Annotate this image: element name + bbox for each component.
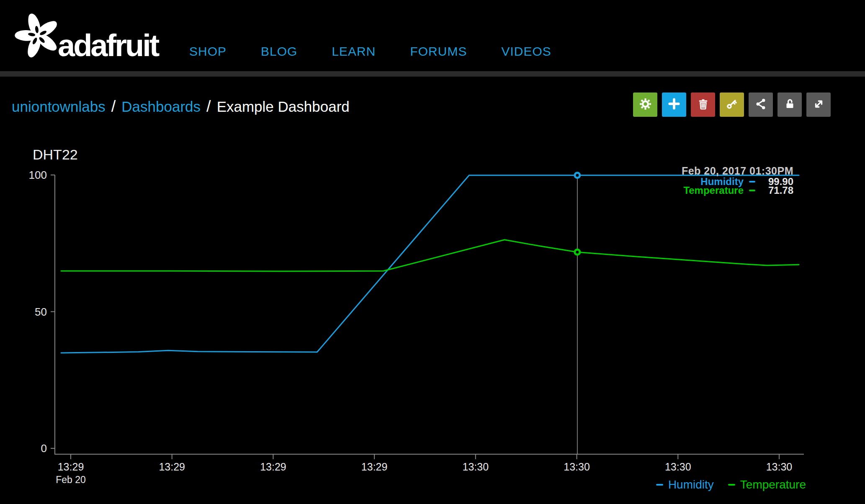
- svg-text:Feb 20: Feb 20: [56, 474, 86, 485]
- svg-text:100: 100: [29, 169, 47, 181]
- tooltip-temperature-label: Temperature: [683, 185, 744, 196]
- svg-text:50: 50: [35, 306, 47, 318]
- chart-canvas: 05010013:29Feb 2013:2913:2913:2913:3013:…: [0, 0, 865, 504]
- tooltip-temperature-row: Temperature 71.78: [682, 186, 793, 195]
- legend-item-humidity[interactable]: Humidity: [656, 478, 714, 491]
- tooltip-datetime: Feb 20, 2017 01:30PM: [682, 165, 793, 177]
- humidity-line-swatch: [656, 484, 663, 486]
- svg-text:13:29: 13:29: [260, 461, 286, 473]
- svg-text:13:30: 13:30: [766, 461, 793, 473]
- legend-temperature-label: Temperature: [740, 478, 806, 491]
- legend-item-temperature[interactable]: Temperature: [728, 478, 806, 491]
- svg-text:13:30: 13:30: [564, 461, 590, 473]
- temperature-line-swatch: [728, 484, 735, 486]
- svg-text:13:30: 13:30: [463, 461, 489, 473]
- svg-text:13:29: 13:29: [159, 461, 185, 473]
- legend-humidity-label: Humidity: [668, 478, 714, 491]
- tooltip-temperature-value: 71.78: [761, 185, 793, 196]
- svg-text:13:30: 13:30: [665, 461, 691, 473]
- svg-text:13:29: 13:29: [361, 461, 388, 473]
- svg-text:13:29: 13:29: [58, 461, 84, 473]
- tooltip-humidity-dash: [749, 181, 755, 183]
- tooltip-temperature-dash: [749, 190, 755, 191]
- chart-tooltip: Feb 20, 2017 01:30PM Humidity 99.90 Temp…: [682, 165, 793, 195]
- chart-legend: Humidity Temperature: [656, 478, 806, 491]
- chart-title: DHT22: [33, 147, 78, 163]
- svg-text:0: 0: [41, 442, 47, 455]
